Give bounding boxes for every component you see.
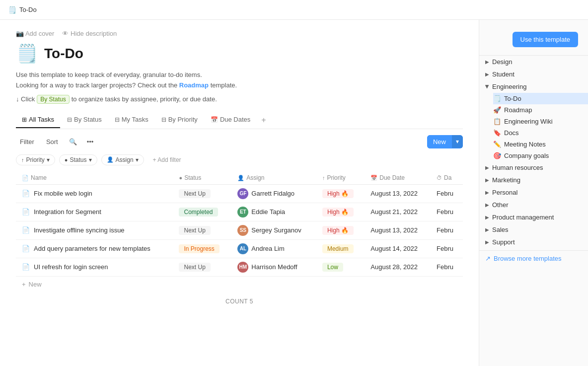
- sidebar-item-support[interactable]: ▶ Support: [479, 236, 588, 248]
- tab-my-tasks-icon: ⊟: [115, 116, 120, 123]
- search-button[interactable]: 🔍: [66, 136, 80, 147]
- new-button-arrow[interactable]: ▾: [452, 135, 463, 148]
- page-meta-actions: 📷 Add cover 👁 Hide description: [16, 30, 463, 37]
- sidebar-item-engwiki[interactable]: 📋 Engineering Wiki: [493, 116, 588, 127]
- personal-chevron-icon: ▶: [485, 190, 489, 195]
- add-filter-label: + Add filter: [153, 156, 181, 163]
- tabs-bar: ⊞ All Tasks ⊟ By Status ⊟ My Tasks ⊟ By …: [16, 112, 463, 129]
- sidebar-item-docs[interactable]: 🔖 Docs: [493, 127, 588, 139]
- task-status-cell: In Progress: [173, 239, 231, 258]
- sidebar: Use this template ▶ Design ▶ Student ▶ E…: [479, 20, 588, 366]
- sidebar-item-student[interactable]: ▶ Student: [479, 68, 588, 80]
- sidebar-meeting-notes-label: Meeting Notes: [504, 141, 546, 148]
- task-extra-cell: Febru: [431, 221, 463, 239]
- task-due-date-cell: August 28, 2022: [365, 258, 431, 276]
- hide-description-btn[interactable]: 👁 Hide description: [62, 30, 117, 37]
- count-label: COUNT: [225, 298, 248, 305]
- browse-templates-btn[interactable]: ↗ Browse more templates: [479, 250, 588, 266]
- assignee-name: Eddie Tapia: [251, 208, 285, 216]
- add-new-label: New: [29, 281, 42, 288]
- tab-my-tasks[interactable]: ⊟ My Tasks: [109, 112, 154, 128]
- status-chip-icon: ●: [65, 157, 68, 163]
- sidebar-design-label: Design: [492, 58, 512, 66]
- sidebar-item-marketing[interactable]: ▶ Marketing: [479, 174, 588, 186]
- task-assign-cell: GFGarrett Fidalgo: [231, 184, 316, 203]
- sidebar-item-engineering[interactable]: ▶ Engineering: [479, 80, 588, 93]
- sidebar-item-company-goals[interactable]: 🎯 Company goals: [493, 150, 588, 161]
- tab-due-dates-label: Due Dates: [220, 116, 250, 123]
- status-badge: Next Up: [179, 226, 210, 235]
- task-doc-icon: 📄: [22, 263, 30, 271]
- chip-status[interactable]: ● Status ▾: [59, 154, 97, 165]
- sidebar-item-roadmap[interactable]: 🚀 Roadmap: [493, 104, 588, 116]
- sidebar-item-sales[interactable]: ▶ Sales: [479, 223, 588, 236]
- filter-chips: ↑ Priority ▾ ● Status ▾ 👤 Assign ▾ + Add…: [16, 154, 463, 165]
- sidebar-hr-label: Human resources: [492, 164, 543, 171]
- engineering-chevron-icon: ▶: [485, 85, 490, 89]
- sidebar-item-meeting-notes[interactable]: ✏️ Meeting Notes: [493, 139, 588, 150]
- sort-button[interactable]: Sort: [42, 136, 62, 147]
- table-row[interactable]: 📄Fix mobile web loginNext UpGFGarrett Fi…: [16, 184, 463, 203]
- marketing-chevron-icon: ▶: [485, 177, 489, 183]
- sidebar-item-todo[interactable]: 🗒️ To-Do: [493, 93, 588, 104]
- status-badge: Next Up: [179, 189, 210, 198]
- task-due-date-cell: August 13, 2022: [365, 221, 431, 239]
- task-priority-cell: High 🔥: [316, 203, 365, 221]
- status-badge: Next Up: [179, 263, 210, 272]
- tab-by-status[interactable]: ⊟ By Status: [61, 112, 108, 128]
- avatar: HM: [237, 262, 248, 273]
- tab-all-tasks[interactable]: ⊞ All Tasks: [16, 112, 60, 128]
- table-row[interactable]: 📄Integration for SegmentCompletedETEddie…: [16, 203, 463, 221]
- student-chevron-icon: ▶: [485, 72, 489, 77]
- new-button[interactable]: New ▾: [427, 135, 463, 148]
- add-tab-btn[interactable]: +: [257, 112, 270, 129]
- click-hint: ↓ Click By Status to organize tasks by a…: [16, 95, 463, 104]
- chip-priority[interactable]: ↑ Priority ▾: [16, 154, 55, 165]
- col-due-date: 📅Due Date: [365, 171, 431, 185]
- task-due-date-cell: August 13, 2022: [365, 184, 431, 203]
- tab-by-priority[interactable]: ⊟ By Priority: [155, 112, 204, 128]
- table-header-row: 📄Name ●Status 👤Assign ↑Priority 📅Due Dat…: [16, 171, 463, 185]
- col-name: 📄Name: [16, 171, 173, 185]
- sidebar-item-design[interactable]: ▶ Design: [479, 56, 588, 68]
- task-name-cell: 📄Investigate offline syncing issue: [16, 221, 173, 239]
- hr-chevron-icon: ▶: [485, 165, 489, 170]
- tab-due-dates-icon: 📅: [211, 116, 218, 123]
- task-name-cell: 📄Fix mobile web login: [16, 184, 173, 203]
- task-doc-icon: 📄: [22, 245, 30, 252]
- use-template-button[interactable]: Use this template: [513, 32, 578, 47]
- add-cover-btn[interactable]: 📷 Add cover: [16, 30, 54, 37]
- task-assign-cell: ETEddie Tapia: [231, 203, 316, 221]
- chip-assign[interactable]: 👤 Assign ▾: [101, 154, 144, 165]
- tab-all-tasks-label: All Tasks: [29, 116, 54, 123]
- sales-chevron-icon: ▶: [485, 227, 489, 232]
- status-badge: Completed: [179, 208, 218, 217]
- new-button-main[interactable]: New: [427, 135, 452, 148]
- sidebar-item-personal[interactable]: ▶ Personal: [479, 186, 588, 199]
- sidebar-docs-label: Docs: [504, 129, 519, 137]
- tab-my-tasks-label: My Tasks: [122, 116, 148, 123]
- sidebar-item-other[interactable]: ▶ Other: [479, 199, 588, 211]
- table-row[interactable]: 📄Investigate offline syncing issueNext U…: [16, 221, 463, 239]
- table-row[interactable]: 📄Add query parameters for new templatesI…: [16, 239, 463, 258]
- sidebar-item-hr[interactable]: ▶ Human resources: [479, 161, 588, 174]
- sidebar-sales-label: Sales: [492, 226, 509, 233]
- task-status-cell: Next Up: [173, 184, 231, 203]
- roadmap-link[interactable]: Roadmap: [179, 81, 209, 89]
- tab-all-tasks-icon: ⊞: [22, 116, 27, 123]
- task-extra-cell: Febru: [431, 184, 463, 203]
- page-header: 📷 Add cover 👁 Hide description 🗒️ To-Do …: [16, 20, 463, 104]
- status-chip-label: Status: [70, 156, 87, 163]
- tab-due-dates[interactable]: 📅 Due Dates: [205, 112, 256, 128]
- add-new-row-btn[interactable]: + New: [16, 277, 463, 292]
- avatar: SS: [237, 225, 248, 236]
- table-row[interactable]: 📄UI refresh for login screenNext UpHMHar…: [16, 258, 463, 276]
- task-name-cell: 📄Add query parameters for new templates: [16, 239, 173, 258]
- add-filter-btn[interactable]: + Add filter: [148, 155, 186, 165]
- page-title-row: 🗒️ To-Do: [16, 43, 463, 64]
- more-button[interactable]: •••: [84, 136, 97, 147]
- company-goals-emoji-icon: 🎯: [493, 152, 501, 159]
- toolbar: Filter Sort 🔍 ••• New ▾: [16, 135, 463, 148]
- sidebar-item-product[interactable]: ▶ Product management: [479, 211, 588, 223]
- filter-button[interactable]: Filter: [16, 136, 38, 147]
